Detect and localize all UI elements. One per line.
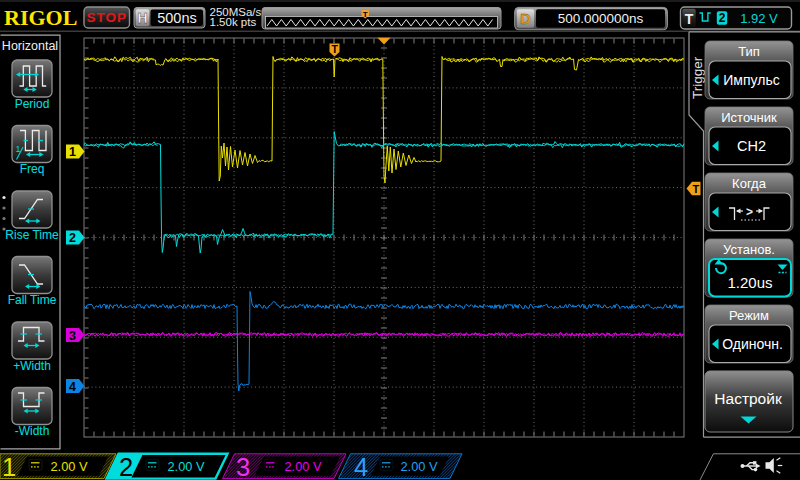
svg-text:+Width: +Width <box>13 359 51 373</box>
svg-text:2: 2 <box>719 11 726 25</box>
svg-text:1.20us: 1.20us <box>727 274 772 291</box>
svg-text:Источник: Источник <box>721 110 777 125</box>
svg-text:Freq: Freq <box>20 162 45 176</box>
svg-text:3: 3 <box>236 453 250 480</box>
svg-text:>: > <box>746 205 753 219</box>
svg-text:2: 2 <box>69 231 76 245</box>
svg-text:1.92 V: 1.92 V <box>740 11 778 26</box>
svg-text:T: T <box>692 183 699 195</box>
svg-text:2: 2 <box>119 453 133 480</box>
svg-text:2.00 V: 2.00 V <box>401 459 438 474</box>
svg-text:2.00 V: 2.00 V <box>168 459 205 474</box>
svg-text:3: 3 <box>69 329 76 343</box>
svg-text:Fall Time: Fall Time <box>8 293 57 307</box>
svg-text:Импульс: Импульс <box>723 72 779 88</box>
svg-text:1: 1 <box>2 453 16 480</box>
svg-text:CH2: CH2 <box>737 138 766 154</box>
svg-text:D: D <box>520 10 531 27</box>
svg-text:4: 4 <box>69 380 76 394</box>
svg-text:Horizontal: Horizontal <box>2 39 58 53</box>
svg-text:500.000000ns: 500.000000ns <box>558 11 644 26</box>
svg-text:Когда: Когда <box>732 176 767 191</box>
svg-text:T: T <box>331 43 338 55</box>
svg-text:STOP: STOP <box>86 10 127 25</box>
svg-text:Одиночн.: Одиночн. <box>722 336 783 352</box>
svg-text:Режим: Режим <box>729 308 769 323</box>
svg-text:Установ.: Установ. <box>723 242 775 257</box>
svg-text:1.50k pts: 1.50k pts <box>210 16 257 28</box>
svg-text:Period: Period <box>15 97 50 111</box>
svg-text:2.00 V: 2.00 V <box>285 459 322 474</box>
svg-text:-Width: -Width <box>15 424 50 438</box>
svg-text:Тип: Тип <box>738 44 760 59</box>
svg-text:500ns: 500ns <box>157 10 197 26</box>
svg-text:4: 4 <box>354 453 368 480</box>
svg-text:1: 1 <box>69 145 76 159</box>
svg-text:T: T <box>363 10 368 19</box>
svg-text:RIGOL: RIGOL <box>4 5 77 30</box>
svg-text:T: T <box>685 11 694 27</box>
svg-text:2.00 V: 2.00 V <box>51 459 88 474</box>
svg-text:Rise Time: Rise Time <box>5 228 59 242</box>
svg-text:Настройк: Настройк <box>714 390 782 407</box>
svg-text:H: H <box>137 10 147 26</box>
svg-text:Trigger: Trigger <box>690 56 705 99</box>
